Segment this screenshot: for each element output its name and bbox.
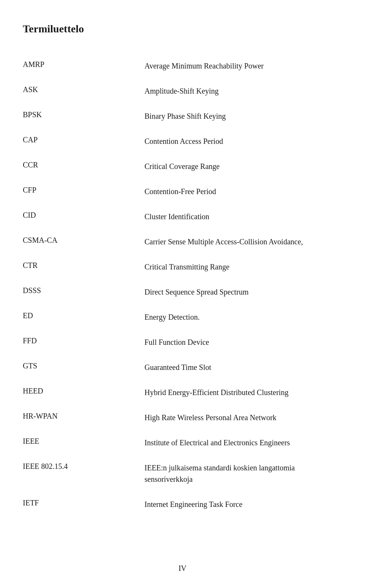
term-list: AMRPAverage Minimum Reachability PowerAS… xyxy=(23,53,342,517)
page-container: Termiluettelo AMRPAverage Minimum Reacha… xyxy=(0,0,365,547)
term-abbr: IEEE xyxy=(23,437,144,446)
term-abbr: FFD xyxy=(23,336,144,345)
term-row: BPSKBinary Phase Shift Keying xyxy=(23,104,342,129)
term-abbr: CID xyxy=(23,211,144,220)
term-abbr: GTS xyxy=(23,362,144,370)
term-abbr: HEED xyxy=(23,387,144,395)
term-row: HR-WPANHigh Rate Wireless Personal Area … xyxy=(23,405,342,430)
term-definition: Contention Access Period xyxy=(144,135,342,147)
term-definition: Institute of Electrical and Electronics … xyxy=(144,437,342,448)
term-definition: Direct Sequence Spread Spectrum xyxy=(144,286,342,298)
term-definition: Binary Phase Shift Keying xyxy=(144,110,342,122)
term-abbr: ASK xyxy=(23,85,144,94)
term-row: CAPContention Access Period xyxy=(23,129,342,154)
term-row: IEEEInstitute of Electrical and Electron… xyxy=(23,430,342,455)
term-definition: Full Function Device xyxy=(144,336,342,348)
term-row: IEEE 802.15.4IEEE:n julkaisema standardi… xyxy=(23,455,342,492)
term-definition: Critical Transmitting Range xyxy=(144,261,342,272)
term-definition: Internet Engineering Task Force xyxy=(144,499,342,510)
term-row: IETFInternet Engineering Task Force xyxy=(23,492,342,517)
term-definition: Contention-Free Period xyxy=(144,186,342,197)
term-abbr: IETF xyxy=(23,499,144,507)
term-row: FFDFull Function Device xyxy=(23,330,342,355)
term-abbr: CCR xyxy=(23,161,144,169)
term-row: DSSSDirect Sequence Spread Spectrum xyxy=(23,279,342,304)
term-definition: High Rate Wireless Personal Area Network xyxy=(144,412,342,423)
term-row: CIDCluster Identification xyxy=(23,204,342,229)
term-definition: Energy Detection. xyxy=(144,311,342,323)
page-title: Termiluettelo xyxy=(23,23,342,35)
term-row: ASKAmplitude-Shift Keying xyxy=(23,78,342,104)
term-abbr: CAP xyxy=(23,135,144,144)
term-abbr: HR-WPAN xyxy=(23,412,144,421)
term-row: HEEDHybrid Energy-Efficient Distributed … xyxy=(23,380,342,405)
term-definition: Critical Coverage Range xyxy=(144,161,342,172)
term-definition: Cluster Identification xyxy=(144,211,342,222)
term-abbr: AMRP xyxy=(23,60,144,69)
term-definition: Amplitude-Shift Keying xyxy=(144,85,342,97)
term-abbr: CTR xyxy=(23,261,144,270)
term-definition: IEEE:n julkaisema standardi koskien lang… xyxy=(144,462,342,485)
term-row: CSMA-CACarrier Sense Multiple Access-Col… xyxy=(23,229,342,254)
term-abbr: IEEE 802.15.4 xyxy=(23,462,144,471)
term-abbr: CSMA-CA xyxy=(23,236,144,245)
term-row: AMRPAverage Minimum Reachability Power xyxy=(23,53,342,78)
term-definition: Average Minimum Reachability Power xyxy=(144,60,342,72)
term-row: CTRCritical Transmitting Range xyxy=(23,254,342,279)
term-abbr: DSSS xyxy=(23,286,144,295)
term-abbr: BPSK xyxy=(23,110,144,119)
term-definition: Guaranteed Time Slot xyxy=(144,362,342,373)
term-row: GTSGuaranteed Time Slot xyxy=(23,355,342,380)
term-definition: Carrier Sense Multiple Access-Collision … xyxy=(144,236,342,247)
term-row: CFPContention-Free Period xyxy=(23,179,342,204)
term-abbr: CFP xyxy=(23,186,144,194)
term-row: CCRCritical Coverage Range xyxy=(23,154,342,179)
term-abbr: ED xyxy=(23,311,144,320)
term-row: EDEnergy Detection. xyxy=(23,304,342,330)
page-footer: IV xyxy=(0,564,365,573)
term-definition: Hybrid Energy-Efficient Distributed Clus… xyxy=(144,387,342,398)
